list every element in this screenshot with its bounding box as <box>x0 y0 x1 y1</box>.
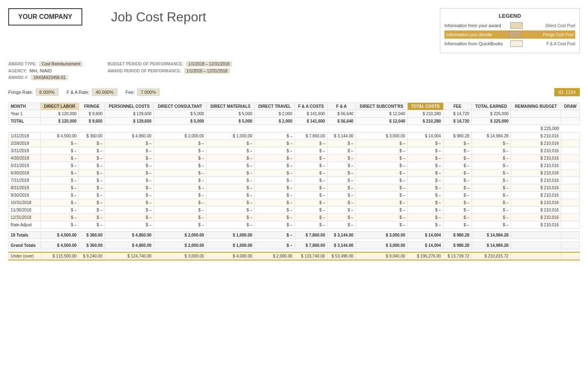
table-cell: $ – <box>443 147 472 155</box>
table-cell: $ – <box>206 147 254 155</box>
table-cell: $ – <box>255 207 295 214</box>
table-cell: $ 980.28 <box>443 132 472 140</box>
table-cell: $ – <box>407 140 443 147</box>
agency-row: AGENCY: NIH, NIAID <box>8 68 83 73</box>
fa-rate-item: F & A Rate: 40.000% <box>67 88 117 96</box>
table-cell: $ – <box>356 140 407 147</box>
table-cell: $ – <box>40 155 79 162</box>
report-title: Job Cost Report <box>111 9 206 25</box>
table-cell: $ – <box>327 184 356 192</box>
table-cell: $ – <box>255 132 295 140</box>
table-cell: $ 14,984.28 <box>472 132 511 140</box>
table-cell: $ – <box>206 214 254 221</box>
col-personnel: PERSONNEL COSTS <box>105 103 153 110</box>
table-cell: $ 3,000.00 <box>356 232 407 239</box>
table-cell: $ 196,276.00 <box>407 252 443 260</box>
table-row: 9/30/2018$ –$ –$ –$ –$ –$ –$ –$ –$ –$ –$… <box>9 192 580 199</box>
table-cell: $ 14,984.28 <box>472 242 511 249</box>
company-name: YOUR COMPANY <box>8 8 82 26</box>
table-cell: $ – <box>356 199 407 207</box>
table-cell <box>511 242 561 249</box>
table-cell: $ 14,004 <box>407 232 443 239</box>
budget-period-row: BUDGET PERIOD OF PERFORMANCE: 1/1/2018 –… <box>107 61 580 67</box>
award-number-row: AWARD #: 1R43AII23456-01 <box>8 75 83 80</box>
table-cell: $ 210,015.72 <box>472 252 511 260</box>
table-row: 11/30/2018$ –$ –$ –$ –$ –$ –$ –$ –$ –$ –… <box>9 207 580 214</box>
table-cell: $ – <box>407 207 443 214</box>
table-cell <box>561 118 580 125</box>
col-total-costs: TOTAL COSTS <box>407 103 443 110</box>
table-cell: $ – <box>356 177 407 184</box>
table-cell <box>511 110 561 118</box>
table-row: 4/30/2018$ –$ –$ –$ –$ –$ –$ –$ –$ –$ –$… <box>9 155 580 162</box>
table-cell: $ – <box>206 170 254 177</box>
table-cell: $ – <box>79 155 105 162</box>
table-cell: $ – <box>443 162 472 170</box>
table-cell: $ 4,500.00 <box>40 232 79 239</box>
table-cell: $ – <box>255 221 295 229</box>
table-row: 12/31/2018$ –$ –$ –$ –$ –$ –$ –$ –$ –$ –… <box>9 214 580 221</box>
table-cell: $ 3,000.00 <box>356 132 407 140</box>
table-cell: $ – <box>443 184 472 192</box>
fringe-rate-item: Fringe Rate: 8.000% <box>8 88 58 96</box>
table-row: 6/30/2018$ –$ –$ –$ –$ –$ –$ –$ –$ –$ –$… <box>9 170 580 177</box>
table-cell: $ 980.28 <box>443 232 472 239</box>
table-cell: $ 980.28 <box>443 242 472 249</box>
table-cell: $ – <box>407 221 443 229</box>
table-cell: $ 14,720 <box>443 118 472 125</box>
table-cell: $ – <box>327 147 356 155</box>
table-row: TOTAL$ 120,000$ 9,600$ 129,600$ 5,000$ 5… <box>9 118 580 125</box>
table-cell: 4/30/2018 <box>9 155 41 162</box>
spacer-cell <box>356 125 407 132</box>
table-cell: 6/30/2018 <box>9 170 41 177</box>
table-cell: $ – <box>295 155 327 162</box>
table-cell: $ – <box>154 147 207 155</box>
table-cell: $ – <box>206 162 254 170</box>
table-cell: $ 4,500.00 <box>40 132 79 140</box>
table-cell: $ – <box>327 170 356 177</box>
table-cell: $ – <box>407 155 443 162</box>
table-cell <box>511 118 561 125</box>
award-number-value: 1R43AII23456-01 <box>31 75 68 80</box>
table-cell: $ – <box>79 221 105 229</box>
table-cell: $ 14,004 <box>407 242 443 249</box>
table-cell: $ 12,040 <box>356 110 407 118</box>
table-row: 18 Totals$ 4,500.00$ 360.00$ 4,860.00$ 2… <box>9 232 580 239</box>
spacer-cell <box>79 125 105 132</box>
table-cell: 2/28/2018 <box>9 140 41 147</box>
table-cell <box>511 252 561 260</box>
table-cell: $ – <box>472 192 511 199</box>
spacer-row <box>9 229 580 232</box>
table-header-row: MONTH DIRECT LABOR FRINGE PERSONNEL COST… <box>9 103 580 110</box>
legend-row-3: Information from QuickBooks F & A Cost P… <box>444 40 575 47</box>
table-cell: $ – <box>40 177 79 184</box>
table-cell: $ – <box>295 140 327 147</box>
col-month: MONTH <box>9 103 41 110</box>
fee-rate-item: Fee: 7.000% <box>126 88 160 96</box>
table-cell: $ 2,000.00 <box>154 132 207 140</box>
table-cell: $ – <box>105 147 153 155</box>
agency-label: AGENCY: <box>8 69 27 73</box>
table-cell: $ 4,860.00 <box>105 132 153 140</box>
spacer-cell <box>40 125 79 132</box>
table-cell: $ – <box>79 199 105 207</box>
table-cell: $ 120,000 <box>40 110 79 118</box>
table-cell: $ 210,016 <box>511 162 561 170</box>
table-cell: $ – <box>79 177 105 184</box>
table-cell: $ – <box>79 192 105 199</box>
table-cell: $ – <box>206 192 254 199</box>
table-row: Year 1$ 120,000$ 9,600$ 129,600$ 5,000$ … <box>9 110 580 118</box>
table-cell: $ 129,600 <box>105 110 153 118</box>
table-cell: 8/31/2018 <box>9 184 41 192</box>
table-cell: $ – <box>79 140 105 147</box>
legend-swatch-3 <box>510 40 523 47</box>
spacer-cell: $ 225,000 <box>511 125 561 132</box>
table-cell: $ – <box>356 184 407 192</box>
table-cell: $ – <box>443 207 472 214</box>
table-cell: $ – <box>472 147 511 155</box>
table-cell: $ 53,496.00 <box>327 252 356 260</box>
table-row: Rate Adjust$ –$ –$ –$ –$ –$ –$ –$ –$ –$ … <box>9 221 580 229</box>
table-cell: $ – <box>356 155 407 162</box>
table-cell: $ 210,016 <box>511 192 561 199</box>
table-cell: $ – <box>206 199 254 207</box>
